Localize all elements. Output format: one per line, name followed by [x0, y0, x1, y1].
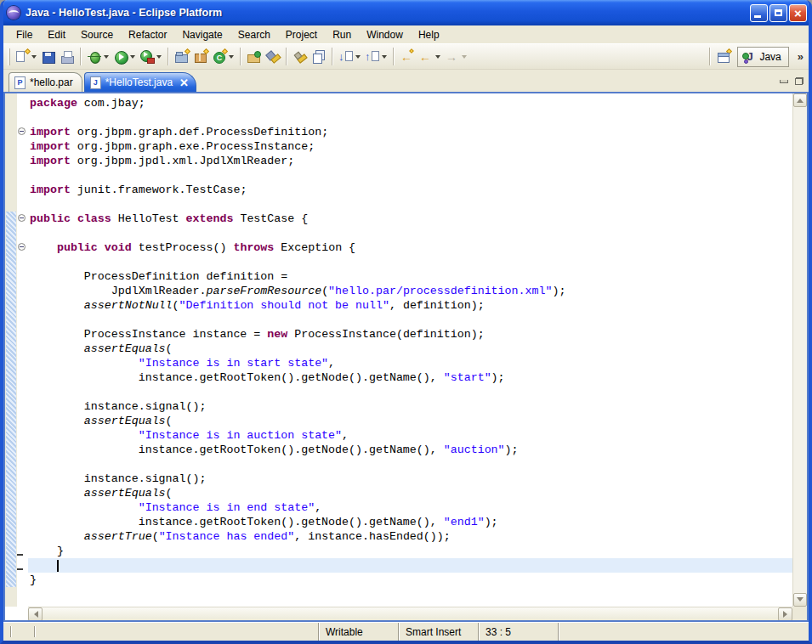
scroll-up-button[interactable]: [793, 93, 807, 107]
print-button[interactable]: [58, 47, 77, 67]
maximize-editor-icon[interactable]: [795, 77, 803, 85]
code-line[interactable]: instance.getRootToken().getNode().getNam…: [30, 443, 792, 457]
menu-refactor[interactable]: Refactor: [121, 27, 174, 42]
code-line[interactable]: ProcessInstance instance = new ProcessIn…: [30, 327, 792, 342]
vertical-ruler[interactable]: [5, 93, 17, 607]
new-class-button[interactable]: [210, 47, 236, 67]
next-annotation-button[interactable]: ↓: [337, 47, 363, 67]
code-line[interactable]: assertEquals(: [30, 414, 792, 428]
code-line[interactable]: [30, 110, 792, 125]
external-tools-button[interactable]: [138, 47, 164, 67]
debug-button[interactable]: [85, 47, 111, 67]
editor-tab-hellopar[interactable]: P*hello.par: [9, 72, 82, 92]
dropdown-arrow-icon[interactable]: [130, 55, 135, 61]
minimize-button[interactable]: [750, 4, 768, 22]
code-line[interactable]: assertEquals(: [30, 486, 792, 500]
menu-navigate[interactable]: Navigate: [174, 27, 230, 42]
editor-tab-HelloTestjava[interactable]: J*HelloTest.java✕: [84, 72, 196, 92]
java-perspective-button[interactable]: Java: [737, 47, 788, 67]
code-line[interactable]: assertEquals(: [30, 342, 792, 356]
title-bar[interactable]: Java - HelloTest.java - Eclipse Platform…: [0, 0, 812, 25]
dropdown-arrow-icon[interactable]: [462, 55, 467, 61]
code-line[interactable]: JpdlXmlReader.parseFromResource("hello.p…: [30, 284, 792, 298]
code-line[interactable]: [30, 313, 792, 327]
search-button[interactable]: [264, 47, 282, 67]
code-line[interactable]: package com.jbay;: [30, 96, 792, 110]
code-line[interactable]: instance.getRootToken().getNode().getNam…: [30, 515, 792, 529]
previous-annotation-button[interactable]: ↑: [363, 47, 389, 67]
scroll-left-button[interactable]: [28, 607, 43, 621]
menu-window[interactable]: Window: [359, 27, 411, 42]
fold-collapse-icon[interactable]: [18, 127, 26, 135]
new-package-button[interactable]: [191, 47, 210, 67]
run-button[interactable]: [111, 47, 138, 67]
back-button[interactable]: ←: [417, 47, 443, 67]
horizontal-scrollbar[interactable]: [28, 607, 792, 620]
dropdown-arrow-icon[interactable]: [156, 55, 162, 61]
code-line[interactable]: "Instance is in start state",: [30, 356, 792, 370]
menu-file[interactable]: File: [9, 27, 40, 42]
horizontal-scroll-track[interactable]: [43, 607, 778, 620]
perspective-overflow-chevron-icon[interactable]: »: [798, 50, 803, 63]
forward-button[interactable]: →: [443, 47, 469, 67]
code-line[interactable]: ProcessDefinition definition =: [30, 269, 792, 284]
dropdown-arrow-icon[interactable]: [104, 55, 109, 61]
open-perspective-button[interactable]: [714, 47, 733, 67]
close-button[interactable]: ×: [789, 4, 807, 22]
fold-collapse-icon[interactable]: [18, 243, 26, 251]
code-line[interactable]: "Instance is in end state",: [30, 500, 792, 515]
code-line[interactable]: import junit.framework.TestCase;: [30, 183, 792, 197]
code-line[interactable]: [30, 168, 792, 183]
code-line[interactable]: [30, 457, 792, 472]
code-line[interactable]: [30, 226, 792, 240]
code-line[interactable]: assertNotNull("Definition should not be …: [30, 298, 792, 313]
fold-column[interactable]: [17, 93, 28, 607]
code-line[interactable]: import org.jbpm.graph.exe.ProcessInstanc…: [30, 139, 792, 154]
code-line[interactable]: import org.jbpm.jpdl.xml.JpdlXmlReader;: [30, 154, 792, 168]
menu-source[interactable]: Source: [73, 27, 121, 42]
last-edit-location-button[interactable]: ←: [398, 47, 417, 67]
menu-search[interactable]: Search: [230, 27, 278, 42]
code-line[interactable]: instance.getRootToken().getNode().getNam…: [30, 370, 792, 385]
code-line[interactable]: [28, 558, 792, 573]
menu-run[interactable]: Run: [325, 27, 359, 42]
code-line[interactable]: }: [30, 573, 792, 587]
vertical-scroll-track[interactable]: [793, 107, 807, 593]
maximize-button[interactable]: [769, 4, 787, 22]
dropdown-arrow-icon[interactable]: [355, 55, 361, 61]
menu-help[interactable]: Help: [411, 27, 447, 42]
code-line[interactable]: assertTrue("Instance has ended", instanc…: [30, 529, 792, 544]
vertical-scrollbar[interactable]: [792, 93, 807, 607]
dropdown-arrow-icon[interactable]: [435, 55, 440, 61]
minimize-editor-icon[interactable]: [780, 80, 788, 83]
dropdown-arrow-icon[interactable]: [31, 55, 37, 61]
code-line[interactable]: [30, 197, 792, 212]
scroll-right-button[interactable]: [778, 607, 792, 621]
fold-collapse-icon[interactable]: [18, 214, 26, 222]
menu-edit[interactable]: Edit: [40, 27, 73, 42]
code-line[interactable]: import org.jbpm.graph.def.ProcessDefinit…: [30, 125, 792, 139]
code-line[interactable]: instance.signal();: [30, 472, 792, 486]
scroll-down-button[interactable]: [793, 593, 807, 607]
save-button[interactable]: [39, 47, 58, 67]
new-wizard-button[interactable]: [13, 47, 39, 67]
code-line[interactable]: instance.signal();: [30, 399, 792, 414]
page-shape: [345, 51, 353, 61]
code-line[interactable]: }: [30, 544, 792, 558]
open-resource-button[interactable]: [309, 47, 328, 67]
code-line[interactable]: "Instance is in auction state",: [30, 428, 792, 443]
code-pane[interactable]: package com.jbay;import org.jbpm.graph.d…: [28, 93, 792, 607]
mark-occurrences-button[interactable]: [291, 47, 309, 67]
dropdown-arrow-icon[interactable]: [229, 55, 234, 61]
code-line[interactable]: public class HelloTest extends TestCase …: [30, 212, 792, 226]
new-java-project-button[interactable]: [173, 47, 191, 67]
open-type-button[interactable]: [245, 47, 264, 67]
dropdown-arrow-icon[interactable]: [382, 55, 387, 61]
code-line[interactable]: [30, 255, 792, 269]
tab-close-icon[interactable]: ✕: [179, 77, 189, 88]
code-line[interactable]: public void testProcess() throws Excepti…: [30, 240, 792, 255]
status-bar-fill: [558, 623, 809, 641]
toolbar-grip[interactable]: [8, 48, 10, 65]
menu-project[interactable]: Project: [278, 27, 325, 42]
code-line[interactable]: [30, 385, 792, 399]
